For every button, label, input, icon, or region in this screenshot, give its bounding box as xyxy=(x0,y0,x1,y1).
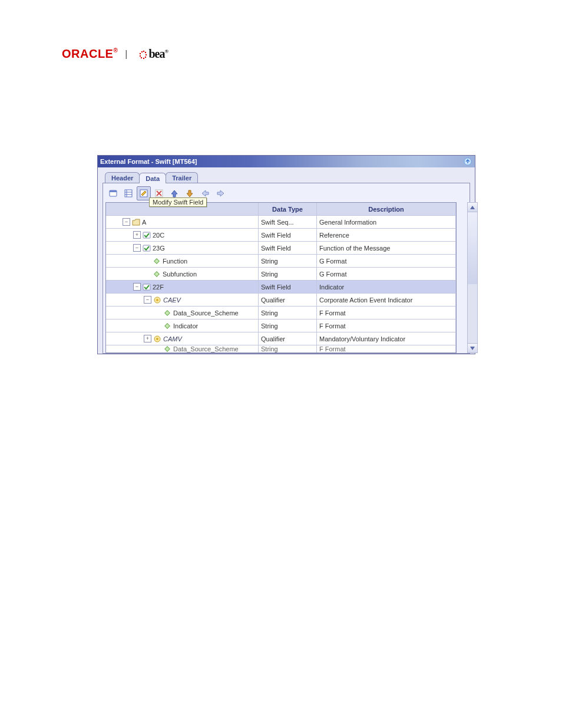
folder-icon xyxy=(132,219,140,226)
svg-rect-12 xyxy=(125,190,132,197)
row-desc: Mandatory/Voluntary Indicator xyxy=(317,332,456,345)
oracle-logo: ORACLE® xyxy=(62,47,118,61)
tree-cell[interactable]: +CAMV xyxy=(106,332,259,345)
bea-logo: bea® xyxy=(134,47,168,61)
tree-cell[interactable]: −CAEV xyxy=(106,294,259,306)
row-label: 22F xyxy=(153,284,164,291)
collapse-icon[interactable]: − xyxy=(144,296,151,304)
svg-rect-22 xyxy=(143,284,150,290)
table-row[interactable]: +CAMVQualifierMandatory/Voluntary Indica… xyxy=(106,332,456,345)
tab-trailer[interactable]: Trailer xyxy=(166,172,198,183)
table-row[interactable]: +20CSwift FieldReference xyxy=(106,229,456,242)
collapse-icon[interactable]: − xyxy=(133,244,141,252)
svg-rect-29 xyxy=(165,347,170,351)
tree-cell[interactable]: −A xyxy=(106,216,259,228)
bea-dots-icon xyxy=(134,49,147,61)
diamond-icon xyxy=(153,258,161,265)
row-type: Swift Seq... xyxy=(259,216,317,228)
collapse-icon[interactable]: − xyxy=(123,218,130,226)
row-type: Swift Field xyxy=(259,242,317,254)
row-desc: F Format xyxy=(317,319,456,332)
row-type: Swift Field xyxy=(259,229,317,241)
table-row[interactable]: FunctionStringG Format xyxy=(106,255,456,268)
table-row[interactable]: −23GSwift FieldFunction of the Message xyxy=(106,242,456,255)
svg-rect-19 xyxy=(143,245,150,251)
diamond-icon xyxy=(163,345,171,353)
row-label: Function xyxy=(163,258,187,265)
row-label: CAEV xyxy=(163,297,181,304)
tree-cell[interactable]: Indicator xyxy=(106,319,259,332)
row-type: Qualifier xyxy=(259,332,317,345)
scroll-thumb[interactable] xyxy=(468,212,477,284)
tree-cell[interactable]: +20C xyxy=(106,229,259,241)
svg-point-6 xyxy=(140,55,141,57)
scroll-up-icon[interactable] xyxy=(468,203,477,212)
field-g-icon xyxy=(143,245,151,252)
field-g-icon xyxy=(143,284,151,291)
tree-cell[interactable]: −23G xyxy=(106,242,259,254)
row-desc: G Format xyxy=(317,268,456,280)
tree-cell[interactable]: Function xyxy=(106,255,259,267)
grid: Data Type Description −ASwift Seq...Gene… xyxy=(105,202,457,353)
row-label: Data_Source_Scheme xyxy=(173,309,239,317)
svg-rect-20 xyxy=(154,258,159,263)
tab-content: Modify Swift Field Data Type Description… xyxy=(103,183,470,354)
svg-rect-21 xyxy=(154,271,159,276)
toolbar-btn-2[interactable] xyxy=(121,186,135,200)
scroll-down-icon[interactable] xyxy=(468,343,477,353)
row-label: CAMV xyxy=(163,335,182,342)
toolbar-btn-right[interactable] xyxy=(213,186,227,200)
tree-cell[interactable]: −22F xyxy=(106,281,259,293)
expand-icon[interactable]: + xyxy=(144,335,151,342)
logo-row: ORACLE® | bea® xyxy=(62,47,503,61)
row-type: Qualifier xyxy=(259,294,317,306)
tab-header[interactable]: Header xyxy=(105,172,140,183)
row-type: String xyxy=(259,255,317,267)
row-desc: Reference xyxy=(317,229,456,241)
svg-rect-26 xyxy=(165,323,170,328)
toolbar-btn-1[interactable] xyxy=(106,186,120,200)
row-type: String xyxy=(259,319,317,332)
tree-cell[interactable]: Subfunction xyxy=(106,268,259,280)
row-type: String xyxy=(259,268,317,280)
row-desc: Indicator xyxy=(317,281,456,293)
table-row[interactable]: SubfunctionStringG Format xyxy=(106,268,456,281)
row-desc: Corporate Action Event Indicator xyxy=(317,294,456,306)
tooltip-modify: Modify Swift Field xyxy=(149,197,207,207)
qualifier-icon xyxy=(153,335,161,342)
table-row[interactable]: IndicatorStringF Format xyxy=(106,319,456,332)
row-label: 20C xyxy=(153,232,164,239)
window-title: External Format - Swift [MT564] xyxy=(100,158,463,165)
table-row[interactable]: −22FSwift FieldIndicator xyxy=(106,281,456,294)
table-row-partial: Data_Source_SchemeStringF Format xyxy=(106,345,456,353)
diamond-icon xyxy=(153,271,161,278)
expand-icon[interactable]: + xyxy=(133,231,141,239)
svg-point-2 xyxy=(146,54,147,55)
diamond-icon xyxy=(163,309,171,317)
vertical-scrollbar[interactable] xyxy=(467,202,478,353)
tree-cell[interactable]: Data_Source_Scheme xyxy=(106,307,259,319)
table-row[interactable]: −ASwift Seq...General Information xyxy=(106,216,456,229)
tabs: Header Data Trailer xyxy=(103,172,470,183)
table-row[interactable]: −CAEVQualifierCorporate Action Event Ind… xyxy=(106,294,456,307)
col-header-desc[interactable]: Description xyxy=(317,203,456,215)
col-header-type[interactable]: Data Type xyxy=(259,203,317,215)
scroll-track[interactable] xyxy=(468,212,477,343)
row-label: 23G xyxy=(153,245,165,252)
svg-point-7 xyxy=(140,53,141,54)
row-label: Subfunction xyxy=(163,271,197,278)
logo-divider: | xyxy=(125,49,127,60)
titlebar-action-icon[interactable] xyxy=(463,157,472,166)
svg-rect-11 xyxy=(110,190,117,192)
titlebar[interactable]: External Format - Swift [MT564] xyxy=(98,156,475,167)
svg-point-1 xyxy=(145,52,146,53)
collapse-icon[interactable]: − xyxy=(133,283,141,291)
row-desc: General Information xyxy=(317,216,456,228)
row-type: String xyxy=(259,307,317,319)
svg-point-5 xyxy=(141,57,142,58)
table-row[interactable]: Data_Source_SchemeStringF Format xyxy=(106,307,456,319)
svg-point-0 xyxy=(143,51,144,52)
tab-data[interactable]: Data xyxy=(139,173,166,183)
field-g-icon xyxy=(143,232,151,239)
svg-point-3 xyxy=(145,57,146,58)
